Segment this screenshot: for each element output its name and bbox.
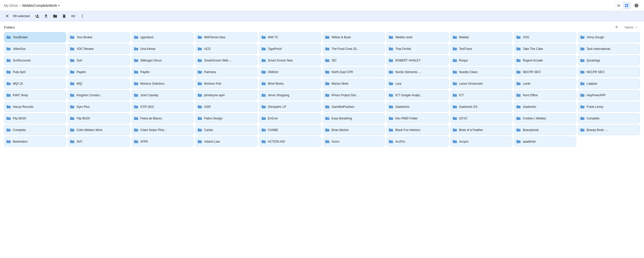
current-folder[interactable]: WebbizCompleteWork ▾ xyxy=(22,4,60,8)
folder-item[interactable]: Palmeira⋮ xyxy=(195,67,257,77)
folder-item[interactable]: The Food Crew 20...⋮ xyxy=(323,44,385,54)
folder-item[interactable]: ICT⋮ xyxy=(450,90,512,100)
folder-item[interactable]: Lamb⋮ xyxy=(514,79,576,89)
folder-item[interactable]: SmartGroom Web ...⋮ xyxy=(195,55,257,66)
folder-item[interactable]: Dev RMD Folder⋮ xyxy=(386,113,449,123)
folder-item[interactable]: Needto Clean⋮ xyxy=(450,67,512,77)
folder-item[interactable]: UCD⋮ xyxy=(195,44,257,54)
folder-item[interactable]: OldIrish⋮ xyxy=(259,67,321,77)
folder-item[interactable]: Crethen | Webbiz⋮ xyxy=(514,113,576,123)
get-link-button[interactable] xyxy=(69,12,77,20)
folder-item[interactable]: aaablinds⋮ xyxy=(514,137,576,147)
folder-item[interactable]: Complete⋮ xyxy=(578,113,640,123)
list-view-button[interactable] xyxy=(615,2,623,9)
folder-item[interactable]: Webbiz work⋮ xyxy=(386,32,449,42)
folder-item[interactable]: Marius Work⋮ xyxy=(323,79,385,89)
folder-item[interactable]: Bartenders⋮ xyxy=(4,137,66,147)
folder-item[interactable]: Mortons Pub⋮ xyxy=(195,79,257,89)
folder-item[interactable]: Acorn⋮ xyxy=(323,137,385,147)
folder-item[interactable]: Josh Cassidy⋮ xyxy=(132,90,194,100)
folder-item[interactable]: MQI⋮ xyxy=(68,79,130,89)
folder-item[interactable]: Respa⋮ xyxy=(450,55,512,66)
delete-button[interactable] xyxy=(60,12,68,20)
folder-item[interactable]: Black Fox Interiors⋮ xyxy=(386,125,449,135)
folder-item[interactable]: SEI⋮ xyxy=(323,55,385,66)
folder-item[interactable]: WW TC⋮ xyxy=(259,32,321,42)
folder-item[interactable]: QuoteApp⋮ xyxy=(578,55,640,66)
folder-item[interactable]: ROBERT HANLEY⋮ xyxy=(386,55,449,66)
folder-item[interactable]: Regent Arcade⋮ xyxy=(514,55,576,66)
folder-item[interactable]: Thai Orchid⋮ xyxy=(386,44,449,54)
folder-item[interactable]: ICT Google Analyt...⋮ xyxy=(386,90,449,100)
folder-item[interactable]: KWS Temp⋮ xyxy=(4,90,66,100)
folder-item[interactable]: EmCon⋮ xyxy=(259,113,321,123)
folder-item[interactable]: GamifiedFashion⋮ xyxy=(323,102,385,112)
folder-item[interactable]: Hunt Office⋮ xyxy=(514,90,576,100)
folder-item[interactable]: Lara⋮ xyxy=(386,79,449,89)
folder-item[interactable]: Brian Morton⋮ xyxy=(323,125,385,135)
more-actions-button[interactable] xyxy=(78,12,86,20)
folder-item[interactable]: Willow & Buds⋮ xyxy=(323,32,385,42)
folder-item[interactable]: Accpro⋮ xyxy=(450,137,512,147)
folder-item[interactable]: xgambool⋮ xyxy=(132,32,194,42)
folder-item[interactable]: GSR⋮ xyxy=(195,102,257,112)
folder-item[interactable]: Canbe⋮ xyxy=(195,125,257,135)
folder-item[interactable]: Gaelectric⋮ xyxy=(514,102,576,112)
folder-item[interactable]: Gaelelctric⋮ xyxy=(386,102,449,112)
folder-item[interactable]: Gym Plus⋮ xyxy=(68,102,130,112)
folder-item[interactable]: North East CPR⋮ xyxy=(323,67,385,77)
folder-item[interactable]: Flip 80/20⋮ xyxy=(4,113,66,123)
folder-item[interactable]: Birds of a Feather⋮ xyxy=(450,125,512,135)
folder-item[interactable]: Labplan⋮ xyxy=(578,79,640,89)
folder-item[interactable]: AccPro⋮ xyxy=(386,137,449,147)
folder-item[interactable]: Beauty Book -...⋮ xyxy=(578,125,640,135)
folder-item[interactable]: MQI 18⋮ xyxy=(4,79,66,89)
folder-item[interactable]: NECPR SEO⋮ xyxy=(514,67,576,77)
folder-item[interactable]: Smart Groom New⋮ xyxy=(259,55,321,66)
grid-view-button[interactable] xyxy=(623,2,631,9)
folder-item[interactable]: Surf⋮ xyxy=(68,55,130,66)
folder-item[interactable]: Jervis Shopping⋮ xyxy=(259,90,321,100)
folder-item[interactable]: Complete⋮ xyxy=(4,125,66,135)
folder-item[interactable]: Easy Breathing⋮ xyxy=(323,113,385,123)
folder-item[interactable]: Mortons Solicitors⋮ xyxy=(132,79,194,89)
folder-item[interactable]: DCVC⋮ xyxy=(450,113,512,123)
folder-item[interactable]: WWTennis New⋮ xyxy=(195,32,257,42)
folder-item[interactable]: NECPR SEO⋮ xyxy=(578,67,640,77)
folder-item[interactable]: Pulp April⋮ xyxy=(4,67,66,77)
folder-item[interactable]: CANBE⋮ xyxy=(259,125,321,135)
folder-item[interactable]: Gaelectric ES⋮ xyxy=(450,102,512,112)
folder-item[interactable]: Lance Grossmam⋮ xyxy=(450,79,512,89)
folder-item[interactable]: VDC Review⋮ xyxy=(68,44,130,54)
folder-item[interactable]: VideoDoc⋮ xyxy=(4,44,66,54)
folder-item[interactable]: YourBroker⋮ xyxy=(4,32,66,42)
folder-item[interactable]: TypeProof⋮ xyxy=(259,44,321,54)
folder-item[interactable]: Claire Nolan Phot...⋮ xyxy=(132,125,194,135)
folder-item[interactable]: Una Kehoe⋮ xyxy=(132,44,194,54)
sort-ascending-button[interactable] xyxy=(613,24,621,30)
folder-item[interactable]: Fallon Design⋮ xyxy=(195,113,257,123)
folder-item[interactable]: VOS⋮ xyxy=(514,32,576,42)
folder-item[interactable]: Haccp Records⋮ xyxy=(4,102,66,112)
move-button[interactable] xyxy=(51,12,59,20)
folder-item[interactable]: GTR SEO⋮ xyxy=(132,102,194,112)
my-drive-link[interactable]: My Drive xyxy=(4,4,18,8)
folder-item[interactable]: Tack International⋮ xyxy=(578,44,640,54)
folder-item[interactable]: Vinny Gough⋮ xyxy=(578,32,640,42)
info-button[interactable] xyxy=(633,2,640,9)
folder-item[interactable]: Paydin⋮ xyxy=(132,67,194,77)
folder-item[interactable]: Kingston Constru...⋮ xyxy=(68,90,130,100)
folder-item[interactable]: AFPA⋮ xyxy=(132,137,194,147)
sort-name-button[interactable]: Name xyxy=(623,24,640,30)
folder-item[interactable]: Your Broker⋮ xyxy=(68,32,130,42)
download-button[interactable] xyxy=(42,12,50,20)
folder-item[interactable]: Frank Lenny⋮ xyxy=(578,102,640,112)
folder-item[interactable]: TextTrans⋮ xyxy=(450,44,512,54)
folder-item[interactable]: AVC⋮ xyxy=(68,137,130,147)
deselect-button[interactable]: ✕ xyxy=(3,12,11,20)
share-button[interactable] xyxy=(33,12,41,20)
folder-item[interactable]: SurfAccounts⋮ xyxy=(4,55,66,66)
folder-item[interactable]: Glenpatric LP⋮ xyxy=(259,102,321,112)
folder-item[interactable]: Webbiz⋮ xyxy=(450,32,512,42)
folder-item[interactable]: Beautybook⋮ xyxy=(514,125,576,135)
